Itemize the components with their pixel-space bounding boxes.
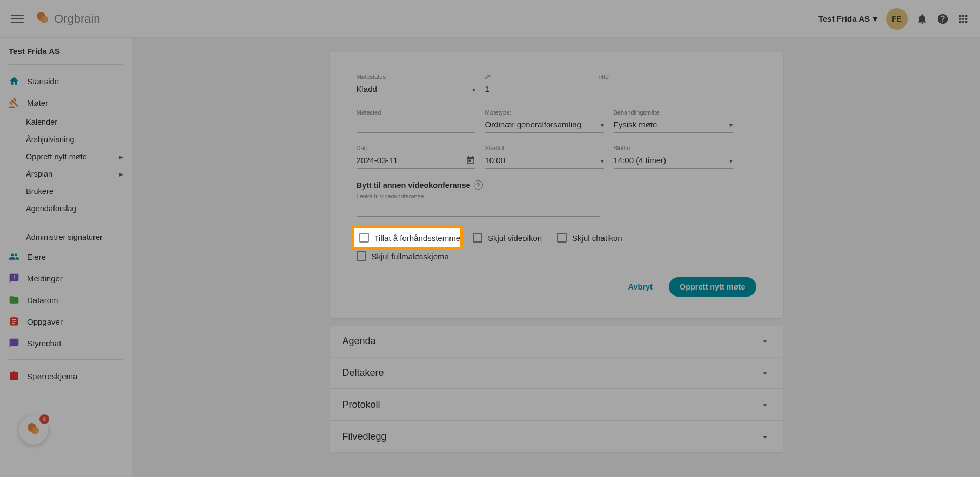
svg-point-3 — [31, 427, 39, 434]
chevron-down-icon — [760, 432, 770, 442]
sidebar-sub-signaturer[interactable]: Administrer signaturer — [9, 229, 123, 246]
checkbox-box[interactable] — [473, 233, 482, 243]
checkbox-box[interactable] — [357, 251, 366, 261]
video-link-toggle[interactable]: Bytt til annen videokonferanse ? — [357, 180, 756, 190]
input-lenke-video[interactable] — [357, 201, 600, 217]
sidebar-item-oppgaver[interactable]: Oppgaver — [9, 311, 123, 332]
sidebar-item-startside[interactable]: Startside — [9, 70, 123, 92]
sidebar-item-sporreskjema[interactable]: Spørreskjema — [9, 365, 123, 387]
sidebar-sub-opprett[interactable]: Opprett nytt møte▶ — [9, 148, 123, 165]
avatar-initials: FE — [892, 15, 902, 23]
field-sluttid[interactable]: Sluttid 14:00 (4 timer) — [614, 145, 733, 169]
input-tittel[interactable] — [598, 82, 756, 97]
label-dato: Dato — [357, 145, 475, 151]
sidebar-item-label: Datarom — [27, 295, 58, 305]
clipboard-icon — [9, 371, 19, 381]
label-tittel: Tittel — [598, 73, 756, 80]
field-behandling[interactable]: Behandlingsmåte Fysisk møte — [614, 109, 733, 133]
sidebar-item-label: Eiere — [27, 252, 46, 261]
sidebar-item-meldinger[interactable]: Meldinger — [9, 267, 123, 289]
panel-agenda[interactable]: Agenda — [330, 326, 783, 357]
select-sluttid[interactable]: 14:00 (4 timer) — [614, 153, 733, 169]
checkbox-row-2: Skjul fullmaktsskjema — [357, 251, 756, 261]
chat-badge: 4 — [39, 414, 49, 424]
checkbox-forhands[interactable]: Tillat å forhåndsstemme Tillat å forhånd… — [357, 233, 458, 243]
calendar-icon[interactable] — [466, 156, 475, 165]
select-behandling[interactable]: Fysisk møte — [614, 118, 733, 133]
label-motested: Møtested — [357, 109, 475, 116]
panel-protokoll[interactable]: Protokoll — [330, 389, 783, 420]
sidebar-sub-brukere[interactable]: Brukere — [9, 183, 123, 200]
panel-filvedlegg[interactable]: Filvedlegg — [330, 421, 783, 452]
chat-widget-icon — [25, 422, 42, 438]
panel-title: Agenda — [343, 335, 376, 347]
org-name: Test Frida AS — [818, 14, 870, 23]
tasks-icon — [9, 316, 19, 327]
field-starttid[interactable]: Starttid 10:00 — [485, 145, 604, 169]
checkbox-label: Skjul chatikon — [572, 233, 622, 243]
label-sluttid: Sluttid — [614, 145, 733, 151]
sidebar-item-moter[interactable]: Møter — [9, 92, 123, 113]
checkbox-box[interactable] — [359, 233, 369, 243]
sidebar-sub-agenda[interactable]: Agendaforslag — [9, 200, 123, 217]
sidebar-item-eiere[interactable]: Eiere — [9, 246, 123, 267]
help-icon[interactable]: ? — [474, 180, 483, 190]
chevron-right-icon: ▶ — [119, 154, 123, 160]
message-icon — [9, 273, 19, 284]
panel-title: Filvedlegg — [343, 431, 387, 442]
label-starttid: Starttid — [485, 145, 604, 151]
cancel-button[interactable]: Avbryt — [620, 277, 660, 297]
sidebar-item-label: Spørreskjema — [27, 372, 77, 381]
divider — [9, 223, 123, 223]
sidebar-item-label: Styrechat — [27, 339, 61, 348]
sidebar-item-label: Startside — [27, 77, 59, 86]
svg-point-1 — [41, 16, 48, 23]
panel-deltakere[interactable]: Deltakere — [330, 358, 783, 388]
select-motetype[interactable]: Ordinær generalforsamling — [485, 118, 604, 133]
main: Test Frida AS Startside Møter Kalender Å… — [0, 38, 980, 477]
divider — [9, 64, 123, 65]
logo-icon — [35, 11, 51, 27]
chat-icon — [9, 338, 19, 348]
select-starttid[interactable]: 10:00 — [485, 153, 604, 169]
checkbox-label: Skjul videoikon — [488, 233, 542, 243]
chat-widget[interactable]: 4 — [19, 415, 48, 445]
logo[interactable]: Orgbrain — [35, 11, 100, 27]
chevron-down-icon — [760, 400, 770, 411]
sidebar-item-label: Møter — [27, 98, 48, 108]
checkbox-videoikon[interactable]: Skjul videoikon — [473, 233, 542, 243]
checkbox-label: Skjul fullmaktsskjema — [372, 252, 449, 261]
field-motetype[interactable]: Møtetype: Ordinær generalforsamling — [485, 109, 604, 133]
field-motested: Møtested — [357, 109, 475, 133]
sidebar-item-styrechat[interactable]: Styrechat — [9, 332, 123, 354]
select-motestatus[interactable]: Kladd — [357, 82, 475, 97]
bell-icon[interactable] — [916, 13, 928, 25]
menu-icon[interactable] — [11, 12, 24, 25]
sidebar-item-datarom[interactable]: Datarom — [9, 289, 123, 311]
sidebar-title: Test Frida AS — [9, 46, 123, 56]
org-switcher[interactable]: Test Frida AS ▾ — [818, 14, 877, 24]
help-icon[interactable] — [937, 13, 949, 25]
checkbox-fullmakt[interactable]: Skjul fullmaktsskjema — [357, 251, 449, 261]
field-motestatus[interactable]: Møtestatus Kladd — [357, 73, 475, 97]
field-dato: Dato — [357, 145, 475, 169]
label-lenke-video: Lenke til videokonferanse — [357, 193, 600, 199]
chevron-down-icon: ▾ — [873, 14, 877, 24]
field-tittel: Tittel — [598, 73, 756, 97]
sidebar-sub-kalender[interactable]: Kalender — [9, 113, 123, 131]
checkbox-box[interactable] — [557, 233, 567, 243]
meeting-form-card: Møtestatus Kladd #* Tittel Møtested — [330, 52, 783, 318]
label-motestatus: Møtestatus — [357, 73, 475, 80]
create-button[interactable]: Opprett nytt møte — [669, 277, 756, 297]
input-dato[interactable] — [357, 153, 475, 169]
input-number[interactable] — [485, 82, 588, 97]
divider — [9, 359, 123, 360]
input-motested[interactable] — [357, 118, 475, 133]
content-inner: Møtestatus Kladd #* Tittel Møtested — [330, 52, 783, 463]
checkbox-chatikon[interactable]: Skjul chatikon — [557, 233, 622, 243]
avatar[interactable]: FE — [886, 8, 908, 30]
chevron-down-icon — [760, 336, 770, 347]
sidebar-sub-arshjul[interactable]: Årshjulvisning — [9, 131, 123, 148]
sidebar-sub-arsplan[interactable]: Årsplan▶ — [9, 165, 123, 183]
apps-icon[interactable] — [957, 13, 969, 25]
